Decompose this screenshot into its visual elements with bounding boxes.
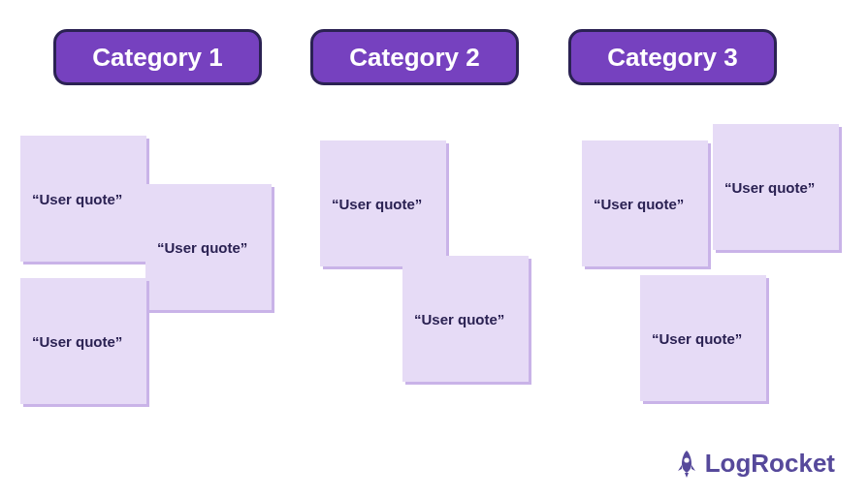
sticky-note: “User quote”: [713, 124, 839, 250]
sticky-note: “User quote”: [20, 136, 146, 262]
sticky-text: “User quote”: [652, 330, 742, 347]
category-title: Category 2: [349, 43, 479, 73]
category-title: Category 1: [92, 43, 222, 73]
rocket-icon: [674, 450, 699, 479]
svg-point-0: [684, 457, 689, 462]
sticky-note: “User quote”: [320, 140, 446, 266]
category-title: Category 3: [607, 43, 737, 73]
sticky-note: “User quote”: [402, 256, 529, 382]
sticky-note: “User quote”: [145, 184, 272, 310]
sticky-text: “User quote”: [332, 196, 422, 212]
sticky-note: “User quote”: [20, 278, 146, 404]
logo-text: LogRocket: [705, 449, 835, 479]
category-header-1: Category 1: [53, 29, 262, 85]
sticky-text: “User quote”: [594, 196, 684, 212]
sticky-text: “User quote”: [157, 239, 247, 256]
sticky-note: “User quote”: [640, 275, 766, 401]
logrocket-logo: LogRocket: [674, 449, 835, 479]
category-header-3: Category 3: [568, 29, 777, 85]
sticky-note: “User quote”: [582, 140, 708, 266]
sticky-text: “User quote”: [32, 191, 122, 207]
sticky-text: “User quote”: [414, 311, 504, 327]
sticky-text: “User quote”: [32, 333, 122, 350]
category-header-2: Category 2: [310, 29, 519, 85]
sticky-text: “User quote”: [724, 179, 815, 196]
